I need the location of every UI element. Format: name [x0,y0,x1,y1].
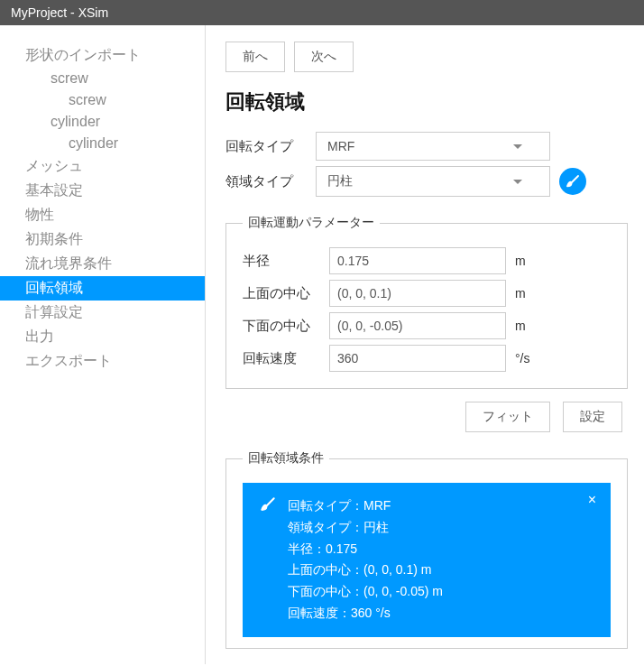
sidebar-item[interactable]: 初期条件 [0,227,205,252]
sidebar-item[interactable]: cylinder [0,133,205,154]
sidebar: 形状のインポートscrewscrewcylindercylinderメッシュ基本… [0,25,206,664]
condition-line: 半径：0.175 [288,539,443,560]
sidebar-item[interactable]: 基本設定 [0,179,205,203]
rotation-type-select[interactable]: MRF [316,132,550,161]
sidebar-item[interactable]: cylinder [0,111,205,133]
main: 形状のインポートscrewscrewcylindercylinderメッシュ基本… [0,25,644,664]
next-button[interactable]: 次へ [294,42,354,72]
param-unit: m [515,254,542,268]
param-label: 半径 [243,253,329,270]
condition-line: 下面の中心：(0, 0, -0.05) m [288,581,443,603]
condition-legend: 回転領域条件 [243,450,329,467]
param-fieldset: 回転運動パラメーター 半径m上面の中心m下面の中心m回転速度°/s [225,215,628,389]
param-input[interactable] [329,247,506,274]
param-input[interactable] [329,280,506,307]
param-label: 上面の中心 [243,285,329,302]
param-unit: °/s [515,351,542,365]
sidebar-item[interactable]: screw [0,89,205,111]
area-type-label: 領域タイプ [225,173,316,190]
condition-line: 上面の中心：(0, 0, 0.1) m [288,560,443,581]
chevron-down-icon [513,144,522,149]
param-legend: 回転運動パラメーター [243,215,380,231]
close-icon[interactable]: × [588,492,596,508]
param-input[interactable] [329,345,506,372]
content: 前へ 次へ 回転領域 回転タイプ MRF 領域タイプ 円柱 [206,25,644,664]
set-button[interactable]: 設定 [563,402,622,432]
param-row: 回転速度°/s [243,345,611,372]
prev-button[interactable]: 前へ [225,42,285,72]
sidebar-item[interactable]: 回転領域 [0,276,205,301]
condition-card[interactable]: 回転タイプ：MRF領域タイプ：円柱半径：0.175上面の中心：(0, 0, 0.… [243,483,611,637]
param-label: 回転速度 [243,350,329,367]
param-row: 下面の中心m [243,312,611,339]
sidebar-item[interactable]: メッシュ [0,154,205,179]
titlebar: MyProject - XSim [0,0,644,25]
fit-button[interactable]: フィット [465,402,550,432]
sidebar-item[interactable]: screw [0,68,205,89]
chevron-down-icon [513,180,522,184]
sidebar-item[interactable]: 出力 [0,325,205,349]
param-row: 上面の中心m [243,280,611,307]
param-label: 下面の中心 [243,318,329,335]
condition-line: 回転タイプ：MRF [288,495,443,517]
brush-icon [259,495,277,624]
sidebar-item[interactable]: 物性 [0,203,205,227]
condition-line: 回転速度：360 °/s [288,603,443,624]
condition-lines: 回転タイプ：MRF領域タイプ：円柱半径：0.175上面の中心：(0, 0, 0.… [288,495,443,624]
area-type-value: 円柱 [327,173,353,190]
rotation-type-label: 回転タイプ [225,138,316,155]
sidebar-item[interactable]: 形状のインポート [0,43,205,68]
condition-fieldset: 回転領域条件 回転タイプ：MRF領域タイプ：円柱半径：0.175上面の中心：(0… [225,450,628,649]
actions: フィット 設定 [225,402,628,432]
param-unit: m [515,319,542,333]
param-row: 半径m [243,247,611,274]
brush-icon [565,173,581,190]
param-input[interactable] [329,312,506,339]
rotation-type-value: MRF [327,139,354,153]
paint-button[interactable] [559,168,586,195]
condition-line: 領域タイプ：円柱 [288,517,443,539]
sidebar-item[interactable]: 計算設定 [0,301,205,325]
area-type-row: 領域タイプ 円柱 [225,166,628,197]
rotation-type-row: 回転タイプ MRF [225,132,628,161]
nav-buttons: 前へ 次へ [225,42,628,72]
sidebar-item[interactable]: エクスポート [0,349,205,374]
sidebar-item[interactable]: 流れ境界条件 [0,252,205,276]
page-title: 回転領域 [225,88,628,116]
param-unit: m [515,286,542,301]
tree: 形状のインポートscrewscrewcylindercylinderメッシュ基本… [0,43,205,374]
area-type-select[interactable]: 円柱 [316,166,550,197]
